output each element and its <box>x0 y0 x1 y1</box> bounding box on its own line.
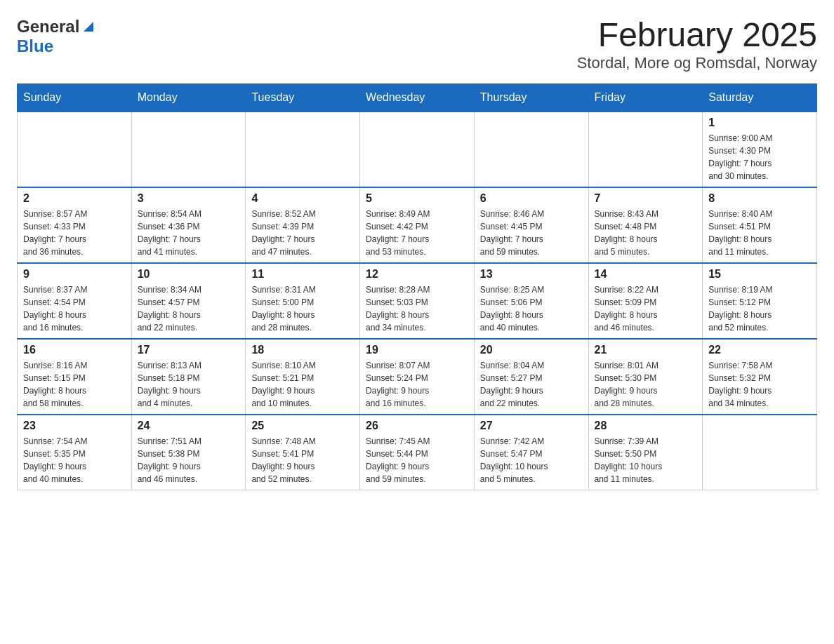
calendar-subtitle: Stordal, More og Romsdal, Norway <box>577 54 817 72</box>
day-number: 11 <box>251 268 354 281</box>
col-monday: Monday <box>131 83 246 112</box>
calendar-cell: 5Sunrise: 8:49 AM Sunset: 4:42 PM Daylig… <box>360 187 475 263</box>
day-info: Sunrise: 8:52 AM Sunset: 4:39 PM Dayligh… <box>251 208 354 258</box>
day-info: Sunrise: 8:13 AM Sunset: 5:18 PM Dayligh… <box>138 359 240 410</box>
day-number: 22 <box>708 344 811 356</box>
calendar-table: Sunday Monday Tuesday Wednesday Thursday… <box>17 83 817 490</box>
day-number: 1 <box>708 116 811 129</box>
calendar-cell: 19Sunrise: 8:07 AM Sunset: 5:24 PM Dayli… <box>360 339 475 415</box>
week-row-5: 23Sunrise: 7:54 AM Sunset: 5:35 PM Dayli… <box>18 415 817 490</box>
calendar-cell: 4Sunrise: 8:52 AM Sunset: 4:39 PM Daylig… <box>246 187 360 263</box>
calendar-cell: 8Sunrise: 8:40 AM Sunset: 4:51 PM Daylig… <box>703 187 817 263</box>
calendar-cell <box>703 415 817 490</box>
calendar-cell: 11Sunrise: 8:31 AM Sunset: 5:00 PM Dayli… <box>246 263 360 339</box>
calendar-cell: 28Sunrise: 7:39 AM Sunset: 5:50 PM Dayli… <box>588 415 703 490</box>
day-info: Sunrise: 8:16 AM Sunset: 5:15 PM Dayligh… <box>23 359 126 410</box>
calendar-cell <box>474 112 588 187</box>
calendar-cell: 9Sunrise: 8:37 AM Sunset: 4:54 PM Daylig… <box>18 263 132 339</box>
page-header: General Blue February 2025 Stordal, More… <box>17 17 817 72</box>
day-info: Sunrise: 8:04 AM Sunset: 5:27 PM Dayligh… <box>480 359 583 410</box>
calendar-cell: 17Sunrise: 8:13 AM Sunset: 5:18 PM Dayli… <box>131 339 246 415</box>
calendar-cell: 20Sunrise: 8:04 AM Sunset: 5:27 PM Dayli… <box>474 339 588 415</box>
logo-blue-text: Blue <box>17 36 53 56</box>
day-number: 10 <box>138 268 240 281</box>
day-number: 15 <box>708 268 811 281</box>
calendar-cell: 27Sunrise: 7:42 AM Sunset: 5:47 PM Dayli… <box>474 415 588 490</box>
calendar-title: February 2025 <box>577 17 817 54</box>
calendar-cell: 13Sunrise: 8:25 AM Sunset: 5:06 PM Dayli… <box>474 263 588 339</box>
day-info: Sunrise: 8:28 AM Sunset: 5:03 PM Dayligh… <box>366 283 468 334</box>
day-info: Sunrise: 8:43 AM Sunset: 4:48 PM Dayligh… <box>595 208 697 258</box>
day-info: Sunrise: 7:54 AM Sunset: 5:35 PM Dayligh… <box>23 435 126 485</box>
day-info: Sunrise: 9:00 AM Sunset: 4:30 PM Dayligh… <box>708 132 811 182</box>
logo-general-text: General <box>17 17 79 36</box>
day-info: Sunrise: 8:19 AM Sunset: 5:12 PM Dayligh… <box>708 283 811 334</box>
col-sunday: Sunday <box>18 83 132 112</box>
logo-triangle-icon <box>81 19 96 34</box>
day-number: 16 <box>23 344 126 356</box>
col-tuesday: Tuesday <box>246 83 360 112</box>
calendar-cell: 7Sunrise: 8:43 AM Sunset: 4:48 PM Daylig… <box>588 187 703 263</box>
day-number: 26 <box>366 420 468 432</box>
day-info: Sunrise: 7:51 AM Sunset: 5:38 PM Dayligh… <box>138 435 240 485</box>
day-number: 19 <box>366 344 468 356</box>
calendar-cell: 24Sunrise: 7:51 AM Sunset: 5:38 PM Dayli… <box>131 415 246 490</box>
day-info: Sunrise: 7:39 AM Sunset: 5:50 PM Dayligh… <box>595 435 697 485</box>
day-number: 4 <box>251 192 354 205</box>
day-number: 9 <box>23 268 126 281</box>
day-number: 20 <box>480 344 583 356</box>
day-number: 3 <box>138 192 240 205</box>
calendar-cell: 10Sunrise: 8:34 AM Sunset: 4:57 PM Dayli… <box>131 263 246 339</box>
calendar-cell: 3Sunrise: 8:54 AM Sunset: 4:36 PM Daylig… <box>131 187 246 263</box>
calendar-cell: 1Sunrise: 9:00 AM Sunset: 4:30 PM Daylig… <box>703 112 817 187</box>
day-info: Sunrise: 8:57 AM Sunset: 4:33 PM Dayligh… <box>23 208 126 258</box>
day-info: Sunrise: 8:34 AM Sunset: 4:57 PM Dayligh… <box>138 283 240 334</box>
svg-marker-0 <box>84 22 93 32</box>
day-number: 17 <box>138 344 240 356</box>
day-info: Sunrise: 8:37 AM Sunset: 4:54 PM Dayligh… <box>23 283 126 334</box>
day-number: 28 <box>595 420 697 432</box>
calendar-cell: 6Sunrise: 8:46 AM Sunset: 4:45 PM Daylig… <box>474 187 588 263</box>
day-number: 6 <box>480 192 583 205</box>
day-info: Sunrise: 7:45 AM Sunset: 5:44 PM Dayligh… <box>366 435 468 485</box>
day-info: Sunrise: 7:48 AM Sunset: 5:41 PM Dayligh… <box>251 435 354 485</box>
day-info: Sunrise: 8:49 AM Sunset: 4:42 PM Dayligh… <box>366 208 468 258</box>
week-row-4: 16Sunrise: 8:16 AM Sunset: 5:15 PM Dayli… <box>18 339 817 415</box>
calendar-cell: 22Sunrise: 7:58 AM Sunset: 5:32 PM Dayli… <box>703 339 817 415</box>
calendar-cell <box>246 112 360 187</box>
day-number: 21 <box>595 344 697 356</box>
col-saturday: Saturday <box>703 83 817 112</box>
logo: General Blue <box>17 17 96 56</box>
day-number: 2 <box>23 192 126 205</box>
title-block: February 2025 Stordal, More og Romsdal, … <box>577 17 817 72</box>
calendar-cell: 18Sunrise: 8:10 AM Sunset: 5:21 PM Dayli… <box>246 339 360 415</box>
day-number: 23 <box>23 420 126 432</box>
calendar-cell: 23Sunrise: 7:54 AM Sunset: 5:35 PM Dayli… <box>18 415 132 490</box>
day-number: 7 <box>595 192 697 205</box>
day-info: Sunrise: 8:40 AM Sunset: 4:51 PM Dayligh… <box>708 208 811 258</box>
day-number: 12 <box>366 268 468 281</box>
day-number: 8 <box>708 192 811 205</box>
calendar-cell <box>588 112 703 187</box>
day-info: Sunrise: 8:07 AM Sunset: 5:24 PM Dayligh… <box>366 359 468 410</box>
calendar-cell <box>131 112 246 187</box>
day-number: 18 <box>251 344 354 356</box>
day-info: Sunrise: 8:25 AM Sunset: 5:06 PM Dayligh… <box>480 283 583 334</box>
day-info: Sunrise: 8:46 AM Sunset: 4:45 PM Dayligh… <box>480 208 583 258</box>
col-wednesday: Wednesday <box>360 83 475 112</box>
day-info: Sunrise: 8:54 AM Sunset: 4:36 PM Dayligh… <box>138 208 240 258</box>
day-info: Sunrise: 8:01 AM Sunset: 5:30 PM Dayligh… <box>595 359 697 410</box>
calendar-cell: 15Sunrise: 8:19 AM Sunset: 5:12 PM Dayli… <box>703 263 817 339</box>
day-number: 25 <box>251 420 354 432</box>
calendar-cell: 16Sunrise: 8:16 AM Sunset: 5:15 PM Dayli… <box>18 339 132 415</box>
day-number: 14 <box>595 268 697 281</box>
col-friday: Friday <box>588 83 703 112</box>
day-number: 5 <box>366 192 468 205</box>
week-row-2: 2Sunrise: 8:57 AM Sunset: 4:33 PM Daylig… <box>18 187 817 263</box>
day-info: Sunrise: 7:58 AM Sunset: 5:32 PM Dayligh… <box>708 359 811 410</box>
week-row-3: 9Sunrise: 8:37 AM Sunset: 4:54 PM Daylig… <box>18 263 817 339</box>
calendar-cell: 26Sunrise: 7:45 AM Sunset: 5:44 PM Dayli… <box>360 415 475 490</box>
day-info: Sunrise: 8:22 AM Sunset: 5:09 PM Dayligh… <box>595 283 697 334</box>
col-thursday: Thursday <box>474 83 588 112</box>
calendar-cell: 25Sunrise: 7:48 AM Sunset: 5:41 PM Dayli… <box>246 415 360 490</box>
